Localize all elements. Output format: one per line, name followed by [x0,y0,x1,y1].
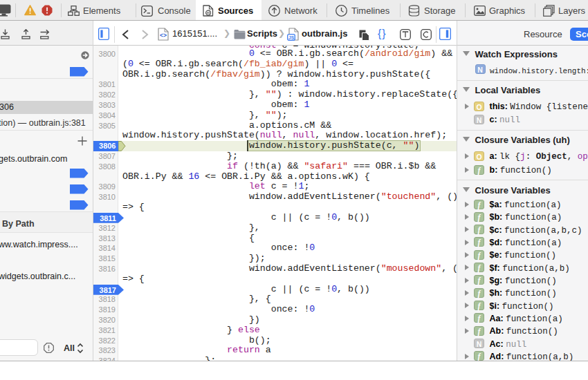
svg-text:3817: 3817 [100,285,116,294]
svg-text:<>: <> [160,32,167,39]
svg-text:JS: JS [288,35,295,40]
svg-text:3811: 3811 [100,214,116,222]
